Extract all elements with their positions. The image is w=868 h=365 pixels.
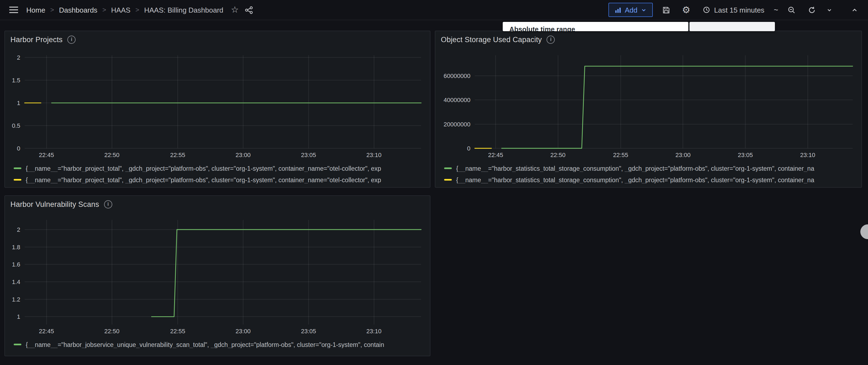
legend-item[interactable]: {__name__="harbor_project_total", _gdch_… <box>5 163 430 174</box>
breadcrumb-separator: > <box>135 6 139 14</box>
grafana-dashboard: Home > Dashboards > HAAS > HAAS: Billing… <box>0 0 868 365</box>
legend-item[interactable]: {__name__="harbor_jobservice_unique_vuln… <box>5 339 430 350</box>
svg-text:0: 0 <box>467 145 470 152</box>
add-button-label: Add <box>625 6 638 14</box>
svg-text:23:10: 23:10 <box>800 152 815 158</box>
series-label: {__name__="harbor_jobservice_unique_vuln… <box>26 341 384 348</box>
bar-chart-icon <box>615 6 622 13</box>
info-icon[interactable]: i <box>68 35 76 43</box>
svg-text:22:50: 22:50 <box>104 328 119 335</box>
svg-text:20000000: 20000000 <box>443 121 470 128</box>
chart-svg: 00.511.5222:4522:5022:5523:0023:0523:10 <box>5 47 430 161</box>
series-color-dash <box>444 167 452 169</box>
top-nav: Home > Dashboards > HAAS > HAAS: Billing… <box>0 0 868 20</box>
panel-title: Harbor Vulnerability Scans <box>10 200 99 208</box>
menu-icon[interactable] <box>7 3 21 17</box>
breadcrumb-dashboards[interactable]: Dashboards <box>59 6 97 14</box>
series-color-dash <box>14 344 21 345</box>
refresh-icon[interactable] <box>804 3 819 17</box>
svg-text:22:50: 22:50 <box>104 152 119 158</box>
breadcrumb-home[interactable]: Home <box>26 6 45 14</box>
info-icon[interactable]: i <box>104 200 112 208</box>
info-icon[interactable]: i <box>547 35 555 43</box>
svg-text:22:55: 22:55 <box>170 328 185 335</box>
scroll-indicator[interactable] <box>860 224 868 239</box>
svg-text:23:10: 23:10 <box>366 328 381 335</box>
time-range-label: Last 15 minutes <box>714 6 765 14</box>
breadcrumb-haas[interactable]: HAAS <box>111 6 131 14</box>
breadcrumb-separator: > <box>50 6 54 14</box>
svg-text:23:10: 23:10 <box>366 152 381 158</box>
panel-header[interactable]: Harbor Projects i <box>5 31 430 47</box>
svg-text:22:55: 22:55 <box>613 152 628 158</box>
svg-text:23:05: 23:05 <box>301 328 316 335</box>
svg-text:22:45: 22:45 <box>39 328 54 335</box>
time-range-picker[interactable]: Last 15 minutes <box>699 5 768 14</box>
svg-text:22:50: 22:50 <box>550 152 565 158</box>
svg-text:1.8: 1.8 <box>12 244 20 251</box>
svg-text:22:45: 22:45 <box>39 152 54 158</box>
series-label: {__name__="harbor_project_total", _gdch_… <box>26 176 381 183</box>
chevron-down-icon <box>641 7 647 13</box>
tilde-icon[interactable]: ~ <box>774 6 778 14</box>
panel-object-storage-used-capacity: Object Storage Used Capacity i 020000000… <box>435 31 862 188</box>
add-button[interactable]: Add <box>609 3 653 17</box>
legend: {__name__="harbor_project_total", _gdch_… <box>5 161 430 186</box>
svg-text:22:45: 22:45 <box>488 152 503 158</box>
svg-text:1.5: 1.5 <box>12 77 20 84</box>
clock-icon <box>703 6 710 14</box>
chart-svg: 11.21.41.61.8222:4522:5022:5523:0023:052… <box>5 212 430 338</box>
panel-title: Harbor Projects <box>10 35 63 43</box>
breadcrumb-current-dashboard[interactable]: HAAS: Billing Dashboard <box>144 6 223 14</box>
svg-text:2: 2 <box>17 54 20 61</box>
svg-text:60000000: 60000000 <box>443 72 470 79</box>
share-icon[interactable] <box>242 3 256 17</box>
svg-text:1.6: 1.6 <box>12 261 20 268</box>
zoom-out-icon[interactable] <box>784 3 799 17</box>
series-color-dash <box>14 179 21 180</box>
series-label: {__name__="harbor_statistics_total_stora… <box>456 176 814 183</box>
legend-item[interactable]: {__name__="harbor_project_total", _gdch_… <box>5 174 430 186</box>
time-series-chart[interactable]: 11.21.41.61.8222:4522:5022:5523:0023:052… <box>5 212 430 338</box>
svg-text:23:05: 23:05 <box>301 152 316 158</box>
panel-header[interactable]: Object Storage Used Capacity i <box>435 31 861 47</box>
star-icon[interactable]: ☆ <box>228 3 242 17</box>
series-color-dash <box>14 167 21 169</box>
svg-text:40000000: 40000000 <box>443 97 470 103</box>
svg-text:1: 1 <box>17 100 20 106</box>
breadcrumb-separator: > <box>102 6 106 14</box>
legend-item[interactable]: {__name__="harbor_statistics_total_stora… <box>435 174 861 186</box>
time-series-chart[interactable]: 00.511.5222:4522:5022:5523:0023:0523:10 <box>5 47 430 161</box>
breadcrumb: Home > Dashboards > HAAS > HAAS: Billing… <box>26 6 223 14</box>
refresh-interval-chevron-icon[interactable] <box>825 3 834 17</box>
series-label: {__name__="harbor_statistics_total_stora… <box>456 165 814 171</box>
svg-text:23:05: 23:05 <box>738 152 753 158</box>
svg-text:23:00: 23:00 <box>676 152 690 158</box>
legend-item[interactable]: {__name__="harbor_statistics_total_stora… <box>435 163 861 174</box>
chart-svg: 020000000400000006000000022:4522:5022:55… <box>435 47 861 161</box>
svg-text:2: 2 <box>17 226 20 233</box>
legend: {__name__="harbor_jobservice_unique_vuln… <box>5 338 430 350</box>
popup-heading: Absolute time range <box>509 26 688 31</box>
svg-text:1: 1 <box>17 313 20 320</box>
collapse-arrow-icon[interactable] <box>847 3 861 17</box>
svg-text:1.4: 1.4 <box>12 278 20 286</box>
panel-harbor-vulnerability-scans: Harbor Vulnerability Scans i 11.21.41.61… <box>4 195 430 356</box>
time-range-popup-fragment: Absolute time range <box>503 22 688 31</box>
nav-actions: Add ⚙ Last 15 minutes ~ <box>609 3 861 17</box>
svg-text:23:00: 23:00 <box>236 152 251 158</box>
svg-text:0: 0 <box>17 145 20 152</box>
panel-harbor-projects: Harbor Projects i 00.511.5222:4522:5022:… <box>4 31 430 188</box>
series-color-dash <box>444 179 452 180</box>
panel-title: Object Storage Used Capacity <box>441 35 542 43</box>
panel-header[interactable]: Harbor Vulnerability Scans i <box>5 196 430 212</box>
save-dashboard-icon[interactable] <box>659 3 673 17</box>
series-label: {__name__="harbor_project_total", _gdch_… <box>26 165 381 171</box>
svg-text:22:55: 22:55 <box>170 152 185 158</box>
svg-text:23:00: 23:00 <box>236 328 251 335</box>
settings-gear-icon[interactable]: ⚙ <box>679 3 693 17</box>
svg-text:1.2: 1.2 <box>12 296 20 303</box>
time-series-chart[interactable]: 020000000400000006000000022:4522:5022:55… <box>435 47 861 161</box>
svg-text:0.5: 0.5 <box>12 122 20 129</box>
popup-fragment <box>689 22 775 31</box>
